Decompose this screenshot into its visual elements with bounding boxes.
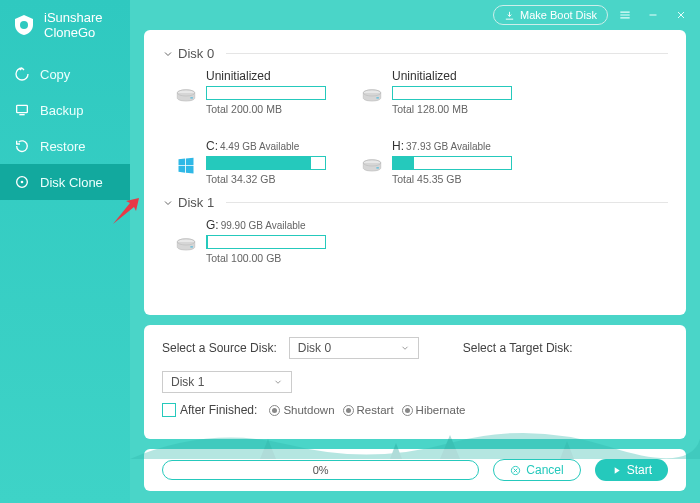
partition-title: Uninitialized [206,69,326,83]
source-disk-value: Disk 0 [298,341,331,355]
copy-icon [14,66,30,82]
svg-rect-9 [376,97,379,98]
start-label: Start [627,463,652,477]
after-radio-shutdown[interactable]: Shutdown [269,404,334,416]
drive-icon [362,85,382,107]
target-disk-select[interactable]: Disk 1 [162,371,292,393]
disk-clone-icon [14,174,30,190]
drive-icon [176,234,196,256]
partition-total: Total 34.32 GB [206,173,326,185]
after-radio-hibernate[interactable]: Hibernate [402,404,466,416]
partition[interactable]: H:37.93 GB AvailableTotal 45.35 GB [362,139,512,185]
partition-available: 99.90 GB Available [221,220,306,231]
svg-rect-1 [17,105,28,112]
disk-name: Disk 0 [178,46,214,61]
backup-icon [14,102,30,118]
svg-point-3 [21,181,24,184]
partition-title: H:37.93 GB Available [392,139,512,153]
chevron-down-icon [162,48,174,60]
source-disk-select[interactable]: Disk 0 [289,337,419,359]
svg-rect-15 [190,246,193,247]
source-disk-label: Select a Source Disk: [162,341,277,355]
partition-total: Total 100.00 GB [206,252,326,264]
checkbox-icon [162,403,176,417]
minimize-button[interactable] [642,4,664,26]
sidebar-nav: Copy Backup Restore Disk Clone [0,56,130,200]
usage-bar [206,156,326,170]
chevron-down-icon [273,377,283,387]
partition[interactable]: UninitializedTotal 200.00 MB [176,69,326,115]
disk-header[interactable]: Disk 1 [162,195,668,210]
partition[interactable]: C:4.49 GB AvailableTotal 34.32 GB [176,139,326,185]
close-button[interactable] [670,4,692,26]
after-finished-checkbox[interactable]: After Finished: [162,403,257,417]
sidebar-item-copy[interactable]: Copy [0,56,130,92]
options-panel: Select a Source Disk: Disk 0 Select a Ta… [144,325,686,439]
partition-title: Uninitialized [392,69,512,83]
partition[interactable]: G:99.90 GB AvailableTotal 100.00 GB [176,218,326,264]
menu-button[interactable] [614,4,636,26]
app-logo-icon [12,13,36,37]
sidebar-item-label: Copy [40,67,70,82]
sidebar-item-backup[interactable]: Backup [0,92,130,128]
sidebar-item-disk-clone[interactable]: Disk Clone [0,164,130,200]
minimize-icon [647,9,659,21]
radio-icon [343,405,354,416]
restore-icon [14,138,30,154]
action-bar: 0% Cancel Start [144,449,686,491]
play-icon [611,465,622,476]
sidebar-item-label: Disk Clone [40,175,103,190]
cancel-icon [510,465,521,476]
radio-icon [402,405,413,416]
cancel-label: Cancel [526,463,563,477]
usage-bar [206,235,326,249]
usage-bar [392,86,512,100]
radio-icon [269,405,280,416]
partition-available: 37.93 GB Available [406,141,491,152]
svg-rect-12 [376,167,379,168]
brand-line2: CloneGo [44,25,103,40]
usage-bar [392,156,512,170]
sidebar: iSunshare CloneGo Copy Backup Restore Di… [0,0,130,503]
progress-text: 0% [313,464,329,476]
disk-list-panel: Disk 0UninitializedTotal 200.00 MBUninit… [144,30,686,315]
download-icon [504,10,515,21]
make-boot-disk-button[interactable]: Make Boot Disk [493,5,608,25]
cancel-button[interactable]: Cancel [493,459,580,481]
after-radio-restart[interactable]: Restart [343,404,394,416]
svg-rect-6 [190,97,193,98]
partition-available: 4.49 GB Available [220,141,299,152]
make-boot-label: Make Boot Disk [520,9,597,21]
target-disk-value: Disk 1 [171,375,204,389]
sidebar-item-restore[interactable]: Restore [0,128,130,164]
partition-title: G:99.90 GB Available [206,218,326,232]
main-area: Make Boot Disk Disk 0UninitializedTotal … [130,0,700,503]
brand-line1: iSunshare [44,10,103,25]
sidebar-item-label: Restore [40,139,86,154]
disk-name: Disk 1 [178,195,214,210]
start-button[interactable]: Start [595,459,668,481]
usage-bar [206,86,326,100]
sidebar-item-label: Backup [40,103,83,118]
menu-icon [618,8,632,22]
chevron-down-icon [162,197,174,209]
partition-total: Total 45.35 GB [392,173,512,185]
target-disk-label: Select a Target Disk: [463,341,573,355]
titlebar: Make Boot Disk [485,0,700,30]
partition-total: Total 128.00 MB [392,103,512,115]
partition[interactable]: UninitializedTotal 128.00 MB [362,69,512,115]
brand: iSunshare CloneGo [0,0,130,56]
after-finished-label: After Finished: [180,403,257,417]
windows-icon [176,155,196,177]
svg-point-0 [20,21,28,29]
partition-total: Total 200.00 MB [206,103,326,115]
drive-icon [362,155,382,177]
progress-bar: 0% [162,460,479,480]
chevron-down-icon [400,343,410,353]
partition-title: C:4.49 GB Available [206,139,326,153]
drive-icon [176,85,196,107]
disk-header[interactable]: Disk 0 [162,46,668,61]
close-icon [675,9,687,21]
